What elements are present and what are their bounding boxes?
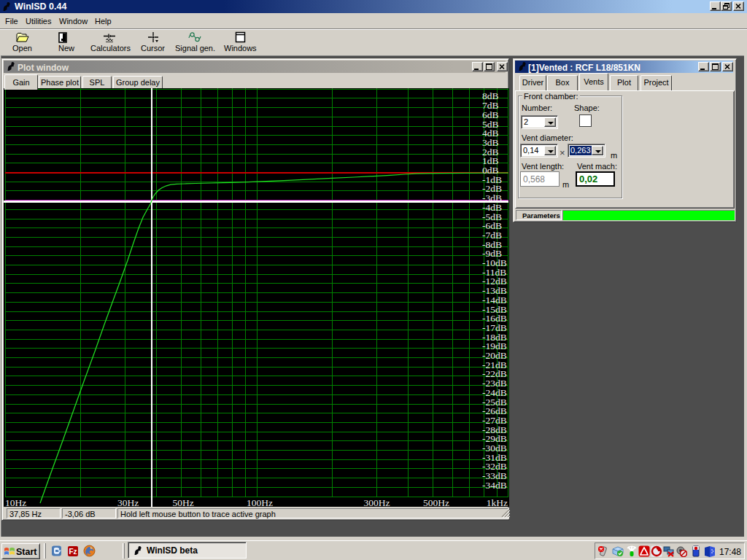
svg-text:30Hz: 30Hz — [117, 497, 139, 508]
svg-text:500Hz: 500Hz — [423, 497, 449, 508]
svg-text:1kHz: 1kHz — [487, 497, 508, 508]
svg-text:50Hz: 50Hz — [172, 497, 193, 508]
svg-text:Fz: Fz — [69, 548, 77, 556]
svg-text:-34dB: -34dB — [482, 480, 507, 491]
svg-text:300Hz: 300Hz — [364, 497, 390, 508]
svg-text:10Hz: 10Hz — [5, 497, 26, 508]
svg-text:100Hz: 100Hz — [247, 497, 273, 508]
